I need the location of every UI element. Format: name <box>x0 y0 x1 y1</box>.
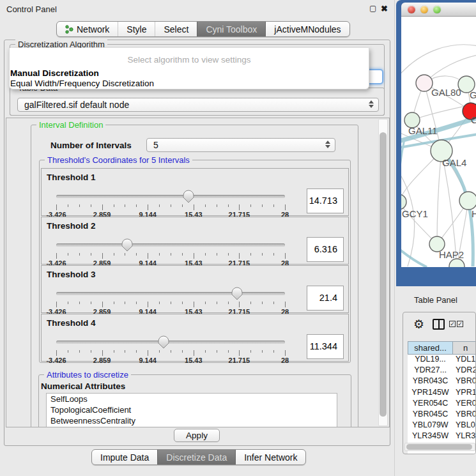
interval-definition-group: Interval Definition Number of Intervals … <box>31 125 358 427</box>
table-row[interactable]: YER054CYER0 <box>408 399 476 410</box>
apply-button[interactable]: Apply <box>174 429 220 442</box>
name-cell[interactable]: YPR1 <box>453 388 476 399</box>
gear-icon[interactable]: ⚙ <box>413 317 424 332</box>
numerical-attributes-list[interactable]: SelfLoops TopologicalCoefficient Between… <box>46 393 337 427</box>
threshold-slider[interactable]: -3.4262.8599.14415.4321.71528 <box>56 335 285 362</box>
scrollbar-thumb[interactable] <box>406 444 472 450</box>
name-cell[interactable]: YDR2 <box>453 365 476 376</box>
name-cell[interactable]: YLR3 <box>453 431 476 442</box>
tab-infer-network[interactable]: Infer Network <box>235 450 305 464</box>
thresholds-group: Threshold's Coordinates for 5 Intervals … <box>39 160 351 363</box>
list-item[interactable]: BetweennessCentrality <box>47 415 337 426</box>
shared-name-cell[interactable]: YBR045C <box>408 410 453 420</box>
slider-thumb-icon[interactable] <box>121 238 134 252</box>
table-data-group: Table Data galFiltered.sif default node <box>10 88 385 116</box>
scrollbar-thumb[interactable] <box>380 132 387 417</box>
number-of-intervals-combo[interactable]: 5 <box>146 138 335 152</box>
threshold-row: Threshold 2-3.4262.8599.14415.4321.71528… <box>41 217 349 265</box>
close-traffic-light-icon[interactable] <box>408 6 415 13</box>
tab-network[interactable]: Network <box>57 22 118 36</box>
slider-thumb-icon[interactable] <box>157 335 170 349</box>
table-horizontal-scrollbar[interactable] <box>404 443 475 451</box>
column-layout-icon[interactable] <box>433 319 445 330</box>
attributes-group-label: Attributes to discretize <box>44 370 131 380</box>
algorithm-option-manual[interactable]: Manual Discretization <box>10 68 99 78</box>
close-panel-icon[interactable]: ✖ <box>381 4 388 13</box>
list-item[interactable]: SelfLoops <box>47 394 337 404</box>
minimize-traffic-light-icon[interactable] <box>420 6 428 13</box>
node-label: C <box>471 114 476 125</box>
column-header-shared-name[interactable]: shared... <box>408 341 453 355</box>
settings-scrollbar[interactable] <box>378 119 388 426</box>
threshold-slider[interactable]: -3.4262.8599.14415.4321.71528 <box>56 286 285 313</box>
node-h[interactable] <box>459 192 476 210</box>
thresholds-group-label: Threshold's Coordinates for 5 Intervals <box>45 155 192 165</box>
slider-ticks <box>56 253 285 259</box>
threshold-value-field[interactable]: 21.4 <box>307 286 344 311</box>
table-row[interactable]: YDR27...YDR2 <box>408 365 476 376</box>
tab-select[interactable]: Select <box>155 22 197 36</box>
name-cell[interactable]: YER0 <box>453 399 476 410</box>
threshold-value-field[interactable]: 11.344 <box>307 334 344 359</box>
name-cell[interactable]: YDL1 <box>453 355 476 365</box>
table-row[interactable]: YDL19...YDL1 <box>408 355 476 365</box>
zoom-traffic-light-icon[interactable] <box>433 6 441 13</box>
table-row[interactable]: YBR043CYBR0 <box>408 376 476 387</box>
node-gal80[interactable] <box>416 75 433 91</box>
panel-title: Control Panel <box>6 4 57 14</box>
name-cell[interactable]: YBR0 <box>453 410 476 420</box>
threshold-row: Threshold 1-3.4262.8599.14415.4321.71528… <box>41 168 349 216</box>
algorithm-option-equal-width[interactable]: Equal Width/Frequency Discretization <box>10 79 154 88</box>
shared-name-cell[interactable]: YDL19... <box>408 355 453 365</box>
tab-impute-data[interactable]: Impute Data <box>92 450 157 464</box>
name-cell[interactable]: YBL0 <box>453 420 476 431</box>
slider-track[interactable] <box>56 243 285 247</box>
slider-thumb-icon[interactable] <box>182 189 195 203</box>
shared-name-cell[interactable]: YER054C <box>408 399 453 410</box>
shared-name-cell[interactable]: YPR145W <box>408 388 453 399</box>
shared-name-cell[interactable]: YDR27... <box>408 365 453 376</box>
table-data-combo[interactable]: galFiltered.sif default node <box>17 98 379 112</box>
slider-track[interactable] <box>56 341 285 344</box>
list-item[interactable]: TopologicalCoefficient <box>47 404 337 415</box>
network-window-titlebar[interactable] <box>401 3 476 17</box>
checkbox-icon[interactable]: ✓ <box>449 321 456 327</box>
tab-jactivemodules[interactable]: jActiveMNodules <box>265 22 349 36</box>
slider-track[interactable] <box>56 292 285 295</box>
network-view-window[interactable]: GAL80 G C GAL11 GAL4 GCY1 H HAP2 <box>396 0 476 286</box>
table-row[interactable]: YBL079WYBL0 <box>408 420 476 431</box>
slider-ticks <box>56 204 285 211</box>
table-panel: ⚙ ✓ ✓ shared... n YDL19...YDL1YDR27...YD… <box>403 312 476 454</box>
node-label: GAL11 <box>408 125 438 136</box>
checkbox-icon[interactable]: ✓ <box>457 321 463 327</box>
threshold-slider[interactable]: -3.4262.8599.14415.4321.71528 <box>56 238 285 265</box>
algorithm-hint: Select algorithm to view settings <box>10 55 369 65</box>
tab-cyni-toolbox[interactable]: Cyni Toolbox <box>197 22 265 36</box>
slider-tick-labels: -3.4262.8599.14415.4321.71528 <box>56 357 285 364</box>
float-window-icon[interactable]: ▢ <box>369 4 376 13</box>
name-cell[interactable]: YBR0 <box>453 376 476 387</box>
cyni-toolbox-panel: Discretization Algorithm Table Data galF… <box>4 40 390 446</box>
combo-stepper-icon <box>369 100 374 108</box>
node-table: shared... n YDL19...YDL1YDR27...YDR2YBR0… <box>408 341 476 454</box>
slider-track[interactable] <box>56 195 285 198</box>
threshold-label: Threshold 3 <box>47 270 96 279</box>
slider-thumb-icon[interactable] <box>231 286 243 300</box>
column-header-name[interactable]: n <box>453 341 476 355</box>
threshold-value-field[interactable]: 14.713 <box>307 188 344 213</box>
node-gcy1[interactable] <box>401 194 406 210</box>
tab-style[interactable]: Style <box>118 22 155 36</box>
threshold-row: Threshold 4-3.4262.8599.14415.4321.71528… <box>41 314 349 362</box>
control-panel-header: Control Panel ▢ ✖ <box>0 0 394 18</box>
table-row[interactable]: YLR345WYLR3 <box>408 431 476 442</box>
threshold-value-field[interactable]: 6.316 <box>307 237 344 262</box>
shared-name-cell[interactable]: YBR043C <box>408 376 453 387</box>
table-row[interactable]: YBR045CYBR0 <box>408 410 476 420</box>
shared-name-cell[interactable]: YLR345W <box>408 431 453 442</box>
network-canvas[interactable]: GAL80 G C GAL11 GAL4 GCY1 H HAP2 <box>401 17 476 267</box>
table-row[interactable]: YPR145WYPR1 <box>408 388 476 399</box>
tab-discretize-data[interactable]: Discretize Data <box>157 450 235 464</box>
shared-name-cell[interactable]: YBL079W <box>408 420 453 431</box>
threshold-label: Threshold 1 <box>47 173 96 182</box>
threshold-slider[interactable]: -3.4262.8599.14415.4321.71528 <box>56 189 285 216</box>
